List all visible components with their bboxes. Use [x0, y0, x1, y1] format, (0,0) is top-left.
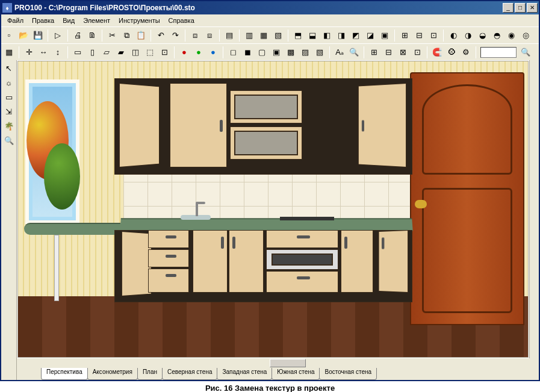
shade6-icon[interactable]: ▨ — [299, 46, 312, 59]
proj4-icon[interactable]: ⊡ — [411, 46, 424, 59]
view1-icon[interactable]: ▭ — [71, 46, 84, 59]
tx2-icon[interactable]: ◑ — [461, 29, 474, 42]
shade2-icon[interactable]: ◼ — [241, 46, 254, 59]
tab-south-wall[interactable]: Южная стена — [272, 368, 320, 380]
view4-icon[interactable]: ▰ — [114, 46, 128, 59]
mag3-icon[interactable]: ⚙ — [459, 46, 473, 59]
shade1-icon[interactable]: ◻ — [226, 46, 240, 59]
snap2-icon[interactable]: ↔ — [37, 46, 50, 59]
tree-icon[interactable]: 🌴 — [2, 119, 16, 132]
toolbar-standard: ▫📂💾▷🖨🗎✂⧉📋↶↷⧈⧇▤▥▦▧⬒⬓◧◨◩◪▣⊞⊟⊡◐◑◒◓◉◎ — [1, 26, 539, 43]
tab-west-wall[interactable]: Западная стена — [217, 368, 272, 380]
zoom-icon[interactable]: 🔍 — [2, 134, 16, 147]
redo-icon[interactable]: ↷ — [169, 29, 182, 42]
blue-icon[interactable]: ● — [206, 46, 220, 59]
mag2-icon[interactable]: ⭙ — [445, 46, 458, 59]
view6-icon[interactable]: ⬚ — [143, 46, 157, 59]
zoom-icon[interactable]: 🔍 — [519, 46, 532, 59]
tx5-icon[interactable]: ◉ — [504, 29, 518, 42]
view7-icon[interactable]: ⊡ — [158, 46, 171, 59]
cube1-icon[interactable]: ⧈ — [188, 29, 202, 42]
col4-icon[interactable]: ◨ — [335, 29, 348, 42]
layer-c-icon[interactable]: ▧ — [272, 29, 285, 42]
close-button[interactable]: ✕ — [527, 3, 538, 13]
tab-north-wall[interactable]: Северная стена — [162, 368, 218, 380]
tx4-icon[interactable]: ◓ — [490, 29, 503, 42]
view2-icon[interactable]: ▯ — [85, 46, 99, 59]
new-icon[interactable]: ▫ — [2, 29, 16, 42]
snap-icon[interactable]: ⇲ — [2, 105, 16, 118]
col6-icon[interactable]: ◪ — [364, 29, 377, 42]
menu-bar: Файл Правка Вид Элемент Инструменты Спра… — [1, 14, 539, 26]
copy-icon[interactable]: ⧉ — [120, 29, 133, 42]
cube2-icon[interactable]: ⧇ — [203, 29, 216, 42]
col3-icon[interactable]: ◧ — [320, 29, 334, 42]
tab-axonometry[interactable]: Аксонометрия — [87, 368, 138, 380]
undo-icon[interactable]: ↶ — [154, 29, 167, 42]
col5-icon[interactable]: ◩ — [349, 29, 362, 42]
view-tabs: Перспектива Аксонометрия План Северная с… — [17, 368, 539, 380]
proj1-icon[interactable]: ⊞ — [367, 46, 380, 59]
rect-icon[interactable]: ▭ — [2, 90, 16, 104]
light-icon[interactable]: ☼ — [2, 76, 16, 89]
snap3-icon[interactable]: ↕ — [51, 46, 64, 59]
cut-icon[interactable]: ✂ — [105, 29, 119, 42]
print-icon[interactable]: 🖨 — [71, 29, 84, 42]
tx3-icon[interactable]: ◒ — [476, 29, 489, 42]
shade4-icon[interactable]: ▣ — [270, 46, 283, 59]
red-icon[interactable]: ● — [178, 46, 191, 59]
menu-help[interactable]: Справка — [165, 16, 198, 25]
toolbar-view: ▦✛↔↕▭▯▱▰◫⬚⊡●●●◻◼▢▣▩▨▧Aₐ🔍⊞⊟⊠⊡🧲⭙⚙🔍 — [1, 43, 539, 60]
proj2-icon[interactable]: ⊟ — [382, 46, 395, 59]
col7-icon[interactable]: ▣ — [378, 29, 391, 42]
figure-caption: Рис. 16 Замена текстур в проекте — [0, 381, 540, 392]
shade7-icon[interactable]: ▧ — [313, 46, 326, 59]
menu-edit[interactable]: Правка — [28, 16, 58, 25]
window-title: PRO100 - C:\Program Files\PROSTO\Проекты… — [14, 4, 503, 12]
scene-kitchen — [18, 61, 528, 357]
grp1-icon[interactable]: ⊞ — [398, 29, 411, 42]
col1-icon[interactable]: ⬒ — [291, 29, 305, 42]
proj3-icon[interactable]: ⊠ — [396, 46, 409, 59]
scrollbar-vertical[interactable] — [529, 60, 539, 358]
tx1-icon[interactable]: ◐ — [447, 29, 460, 42]
snap1-icon[interactable]: ✛ — [22, 46, 36, 59]
layer-a-icon[interactable]: ▥ — [243, 29, 256, 42]
col2-icon[interactable]: ⬓ — [306, 29, 319, 42]
grp3-icon[interactable]: ⊡ — [427, 29, 440, 42]
print-pv-icon[interactable]: 🗎 — [85, 29, 99, 42]
layers-icon[interactable]: ▤ — [223, 29, 236, 42]
viewport-3d[interactable] — [17, 61, 529, 358]
app-icon: ♦ — [2, 3, 12, 13]
zoom-combo[interactable] — [480, 47, 517, 58]
shade5-icon[interactable]: ▩ — [284, 46, 297, 59]
grid-icon[interactable]: ▦ — [2, 46, 16, 59]
maximize-button[interactable]: □ — [515, 3, 526, 13]
view3-icon[interactable]: ▱ — [100, 46, 113, 59]
find-icon[interactable]: 🔍 — [347, 46, 361, 59]
minimize-button[interactable]: _ — [503, 3, 514, 13]
menu-tools[interactable]: Инструменты — [115, 16, 164, 25]
scrollbar-horizontal[interactable] — [17, 358, 539, 368]
open-icon[interactable]: 📂 — [17, 29, 30, 42]
text-icon[interactable]: Aₐ — [333, 46, 346, 59]
shade3-icon[interactable]: ▢ — [255, 46, 268, 59]
tx6-icon[interactable]: ◎ — [519, 29, 532, 42]
tab-east-wall[interactable]: Восточная стена — [319, 368, 377, 380]
wizard-icon[interactable]: ▷ — [51, 29, 64, 42]
side-toolbar: ↖☼▭⇲🌴🔍 — [1, 60, 17, 380]
menu-element[interactable]: Элемент — [79, 16, 114, 25]
menu-view[interactable]: Вид — [59, 16, 78, 25]
paste-icon[interactable]: 📋 — [134, 29, 147, 42]
save-icon[interactable]: 💾 — [31, 29, 45, 42]
menu-file[interactable]: Файл — [4, 16, 27, 25]
cursor-icon[interactable]: ↖ — [2, 61, 16, 75]
scrollbar-thumb[interactable] — [270, 359, 306, 367]
grp2-icon[interactable]: ⊟ — [412, 29, 426, 42]
green-icon[interactable]: ● — [192, 46, 205, 59]
tab-perspective[interactable]: Перспектива — [41, 368, 88, 380]
tab-plan[interactable]: План — [137, 368, 163, 380]
view5-icon[interactable]: ◫ — [129, 46, 142, 59]
mag1-icon[interactable]: 🧲 — [430, 46, 444, 59]
layer-b-icon[interactable]: ▦ — [257, 29, 270, 42]
